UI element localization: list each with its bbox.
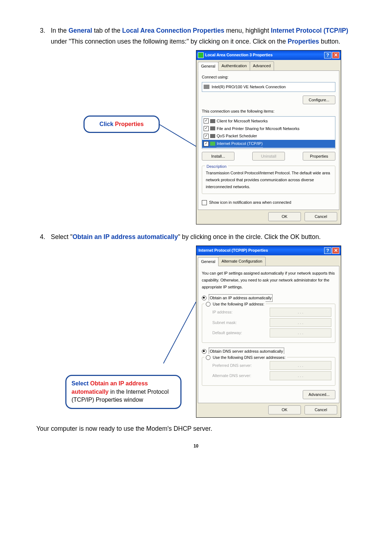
titlebar: Local Area Connection 3 Properties ? ✕ [196,50,341,60]
tab-altconf[interactable]: Alternate Configuration [218,257,266,266]
description-legend: Description [205,163,228,170]
step-4: 4. Select "Obtain an IP address automati… [36,232,356,418]
alternate-dns-label: Alternate DNS server: [212,372,270,379]
lac-properties-dialog: Local Area Connection 3 Properties ? ✕ G… [196,50,341,224]
nic-field: Intel(R) PRO/100 VE Network Connection [202,82,335,92]
items-label: This connection uses the following items… [202,108,335,115]
kw-tcpip: Internet Protocol (TCP/IP) [271,27,348,34]
install-button[interactable]: Install... [202,152,234,161]
kw-lacprops: Local Area Connection Properties [122,27,224,34]
close-button[interactable]: ✕ [332,247,339,254]
subnet-mask-field[interactable]: . . . [270,318,331,327]
preferred-dns-field[interactable]: . . . [270,361,331,370]
service-icon [210,126,215,130]
ip-address-field[interactable]: . . . [270,308,331,317]
show-icon-label: Show icon in notification area when conn… [209,199,291,206]
help-button[interactable]: ? [324,247,331,254]
close-button[interactable]: ✕ [332,52,339,58]
description-text: Transmission Control Protocol/Internet P… [206,170,331,190]
tab-advanced[interactable]: Advanced [250,61,274,71]
advanced-button[interactable]: Advanced... [303,390,335,399]
connect-using-label: Connect using: [202,74,335,81]
closing-text: Your computer is now ready to use the Mo… [36,425,356,433]
tab-authentication[interactable]: Authentication [218,61,250,71]
configure-button[interactable]: Configure... [303,96,335,105]
list-item[interactable]: ✓ Client for Microsoft Networks [202,117,335,125]
tcpip-properties-dialog: Internet Protocol (TCP/IP) Properties ? … [196,246,341,418]
window-title: Local Area Connection 3 Properties [205,52,324,58]
step-3: 3. In the General tab of the Local Area … [36,25,356,224]
step-3-number: 3. [40,25,45,36]
checkbox[interactable]: ✓ [204,134,209,139]
callout-obtain-ip: Select Obtain an IP address automaticall… [65,375,181,409]
network-icon [198,52,204,58]
default-gateway-label: Default gateway: [212,329,270,336]
checkbox[interactable]: ✓ [204,118,209,123]
radio-icon [206,355,211,360]
figure-2: Select Obtain an IP address automaticall… [65,246,356,418]
tab-general[interactable]: General [198,257,219,267]
show-icon-checkbox[interactable] [202,200,207,205]
client-icon [210,119,215,123]
titlebar: Internet Protocol (TCP/IP) Properties ? … [196,246,341,255]
nic-icon [204,85,209,89]
step-4-number: 4. [40,232,45,243]
tcpip-icon [210,142,215,146]
items-listbox[interactable]: ✓ Client for Microsoft Networks ✓ File a… [202,116,335,149]
qos-icon [210,134,215,138]
properties-button[interactable]: Properties [303,152,335,161]
alternate-dns-field[interactable]: . . . [270,371,331,380]
ok-button[interactable]: OK [268,212,301,221]
use-dns-group: Use the following DNS server addresses: … [202,357,335,386]
nic-name: Intel(R) PRO/100 VE Network Connection [212,84,286,90]
use-ip-group: Use the following IP address: IP address… [202,304,335,343]
cancel-button[interactable]: Cancel [305,212,337,221]
checkbox[interactable]: ✓ [204,126,209,131]
callout-click-properties: Click Properties [83,116,160,133]
list-item-selected[interactable]: ✓ Internet Protocol (TCP/IP) [202,140,335,148]
preferred-dns-label: Preferred DNS server: [212,362,270,369]
help-button[interactable]: ? [324,52,331,58]
figure-1: Click Properties Local Area Connection 3… [65,50,356,224]
svg-line-1 [163,302,196,364]
checkbox[interactable]: ✓ [204,141,209,146]
list-item[interactable]: ✓ File and Printer Sharing for Microsoft… [202,125,335,133]
description-group: Description Transmission Control Protoco… [202,166,335,194]
kw-obtain-ip: Obtain an IP address automatically [73,233,178,240]
subnet-mask-label: Subnet mask: [212,319,270,326]
uninstall-button[interactable]: Uninstall [252,152,285,161]
radio-icon [206,302,211,307]
tcpip-intro-text: You can get IP settings assigned automat… [202,270,335,290]
page-number: 10 [36,443,356,449]
radio-use-ip[interactable]: Use the following IP address: [204,301,266,308]
kw-general: General [69,27,92,34]
tab-general[interactable]: General [198,62,219,71]
default-gateway-field[interactable]: . . . [270,328,331,337]
ip-address-label: IP address: [212,309,270,316]
window-title: Internet Protocol (TCP/IP) Properties [199,247,324,254]
svg-line-0 [160,125,196,146]
kw-properties: Properties [287,38,319,45]
cancel-button[interactable]: Cancel [305,405,337,414]
radio-use-dns[interactable]: Use the following DNS server addresses: [204,354,287,361]
radio-icon [202,349,207,354]
radio-icon [202,296,207,300]
ok-button[interactable]: OK [268,405,301,414]
list-item[interactable]: ✓ QoS Packet Scheduler [202,132,335,140]
